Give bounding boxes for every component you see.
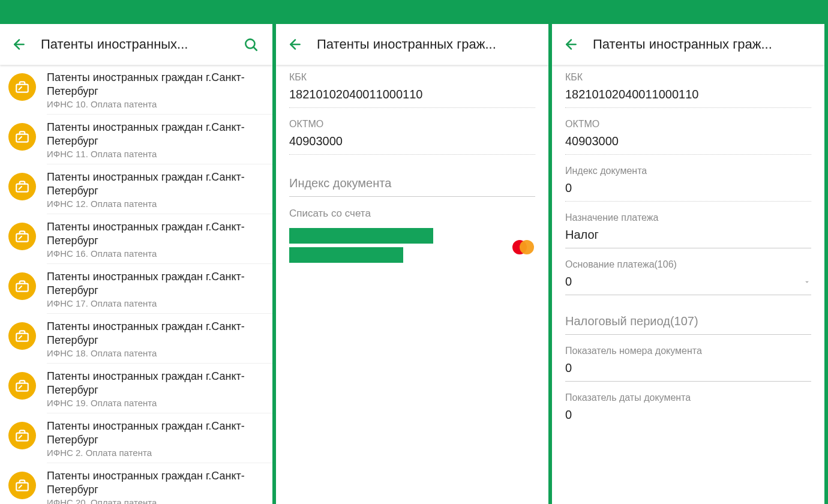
search-icon: [243, 37, 259, 52]
list-item-text: Патенты иностранных граждан г.Санкт-Пете…: [47, 419, 263, 458]
field-basis[interactable]: Основание платежа(106) 0: [565, 259, 811, 295]
app-bar: Патенты иностранных граж...: [552, 24, 824, 65]
briefcase-icon: [8, 422, 36, 449]
list-item[interactable]: Патенты иностранных граждан г.Санкт-Пете…: [0, 115, 272, 164]
list-item[interactable]: Патенты иностранных граждан г.Санкт-Пете…: [0, 164, 272, 214]
redacted-bar: [289, 228, 433, 244]
list-item-subtitle: ИФНС 16. Оплата патента: [47, 248, 263, 259]
back-button[interactable]: [558, 31, 584, 58]
list-item-text: Патенты иностранных граждан г.Санкт-Пете…: [47, 370, 263, 408]
chevron-down-icon: [803, 278, 811, 286]
list-item-text: Патенты иностранных граждан г.Санкт-Пете…: [47, 170, 263, 209]
field-purpose: Назначение платежа Налог: [565, 212, 811, 248]
status-bar: [0, 0, 272, 24]
field-index: Индекс документа 0: [565, 166, 811, 202]
field-value[interactable]: Налог: [565, 228, 811, 248]
list-item-text: Патенты иностранных граждан г.Санкт-Пете…: [47, 469, 263, 504]
list-item-text: Патенты иностранных граждан г.Санкт-Пете…: [47, 220, 263, 259]
list-item[interactable]: Патенты иностранных граждан г.Санкт-Пете…: [0, 314, 272, 363]
field-label: КБК: [565, 72, 811, 83]
list-item-title: Патенты иностранных граждан г.Санкт-Пете…: [47, 370, 263, 397]
briefcase-icon: [8, 223, 36, 250]
field-docnum: Показатель номера документа 0: [565, 346, 811, 382]
briefcase-icon: [8, 472, 36, 499]
svg-rect-11: [16, 483, 28, 491]
svg-line-2: [254, 47, 257, 50]
search-button[interactable]: [238, 31, 264, 58]
briefcase-icon: [8, 322, 36, 350]
status-bar: [552, 0, 824, 24]
field-index[interactable]: Индекс документа: [289, 176, 535, 197]
field-value[interactable]: 18210102040011000110: [565, 88, 811, 108]
list-content: Патенты иностранных граждан г.Санкт-Пете…: [0, 65, 272, 504]
field-label: Основание платежа(106): [565, 259, 811, 270]
field-value[interactable]: 0: [565, 181, 811, 202]
list-item-text: Патенты иностранных граждан г.Санкт-Пете…: [47, 320, 263, 358]
list-item-title: Патенты иностранных граждан г.Санкт-Пете…: [47, 419, 263, 446]
list-item-text: Патенты иностранных граждан г.Санкт-Пете…: [47, 71, 263, 109]
field-value[interactable]: 0: [565, 408, 811, 428]
status-bar: [276, 0, 548, 24]
payee-list: Патенты иностранных граждан г.Санкт-Пете…: [0, 65, 272, 504]
list-item-title: Патенты иностранных граждан г.Санкт-Пете…: [47, 121, 263, 148]
list-item[interactable]: Патенты иностранных граждан г.Санкт-Пете…: [0, 364, 272, 413]
field-period[interactable]: Налоговый период(107): [565, 314, 811, 335]
briefcase-icon: [8, 73, 36, 101]
list-item-subtitle: ИФНС 10. Оплата патента: [47, 99, 263, 109]
list-item-subtitle: ИФНС 12. Оплата патента: [47, 199, 263, 209]
field-kbk: КБК 18210102040011000110: [565, 72, 811, 108]
list-item-title: Патенты иностранных граждан г.Санкт-Пете…: [47, 220, 263, 247]
list-item-title: Патенты иностранных граждан г.Санкт-Пете…: [47, 270, 263, 297]
field-oktmo: ОКТМО 40903000: [565, 119, 811, 155]
svg-rect-6: [16, 234, 28, 242]
field-label: Назначение платежа: [565, 212, 811, 223]
account-section-label: Списать со счета: [289, 208, 535, 220]
list-item-text: Патенты иностранных граждан г.Санкт-Пете…: [47, 270, 263, 308]
field-value[interactable]: 18210102040011000110: [289, 88, 535, 108]
field-placeholder: Индекс документа: [289, 176, 535, 197]
field-kbk: КБК 18210102040011000110: [289, 72, 535, 108]
back-button[interactable]: [6, 31, 32, 58]
field-label: КБК: [289, 72, 535, 83]
field-label: ОКТМО: [289, 119, 535, 130]
field-value[interactable]: 0: [565, 361, 811, 382]
field-value: 0: [565, 275, 803, 295]
svg-rect-3: [16, 85, 28, 92]
page-title: Патенты иностранных граж...: [593, 37, 816, 52]
list-item-subtitle: ИФНС 11. Оплата патента: [47, 149, 263, 159]
field-label: Показатель номера документа: [565, 346, 811, 356]
screen-form-1: Патенты иностранных граж... КБК 18210102…: [276, 0, 552, 504]
account-selector[interactable]: [289, 226, 535, 270]
page-title: Патенты иностранных...: [41, 37, 238, 52]
field-label: Показатель даты документа: [565, 392, 811, 403]
list-item-text: Патенты иностранных граждан г.Санкт-Пете…: [47, 121, 263, 159]
list-item[interactable]: Патенты иностранных граждан г.Санкт-Пете…: [0, 65, 272, 114]
field-value[interactable]: 40903000: [289, 134, 535, 155]
svg-rect-7: [16, 284, 28, 292]
briefcase-icon: [8, 173, 36, 200]
mastercard-icon: [511, 239, 535, 255]
list-item-subtitle: ИФНС 17. Оплата патента: [47, 298, 263, 308]
list-item[interactable]: Патенты иностранных граждан г.Санкт-Пете…: [0, 463, 272, 504]
briefcase-icon: [8, 272, 36, 300]
svg-rect-8: [16, 334, 28, 341]
form-content: КБК 18210102040011000110 ОКТМО 40903000 …: [552, 65, 824, 504]
list-item-subtitle: ИФНС 18. Оплата патента: [47, 348, 263, 358]
app-bar: Патенты иностранных...: [0, 24, 272, 65]
list-item[interactable]: Патенты иностранных граждан г.Санкт-Пете…: [0, 214, 272, 263]
list-item[interactable]: Патенты иностранных граждан г.Санкт-Пете…: [0, 413, 272, 463]
list-item-subtitle: ИФНС 19. Оплата патента: [47, 398, 263, 408]
field-docdate: Показатель даты документа 0: [565, 392, 811, 428]
svg-rect-4: [16, 134, 28, 142]
list-item-subtitle: ИФНС 20. Оплата патента: [47, 497, 263, 504]
field-value[interactable]: 40903000: [565, 134, 811, 155]
list-item-title: Патенты иностранных граждан г.Санкт-Пете…: [47, 71, 263, 98]
list-item[interactable]: Патенты иностранных граждан г.Санкт-Пете…: [0, 264, 272, 313]
svg-rect-10: [16, 433, 28, 441]
arrow-left-icon: [563, 37, 579, 52]
screen-form-2: Патенты иностранных граж... КБК 18210102…: [552, 0, 828, 504]
app-bar: Патенты иностранных граж...: [276, 24, 548, 65]
field-label: ОКТМО: [565, 119, 811, 130]
back-button[interactable]: [282, 31, 308, 58]
list-item-title: Патенты иностранных граждан г.Санкт-Пете…: [47, 320, 263, 347]
